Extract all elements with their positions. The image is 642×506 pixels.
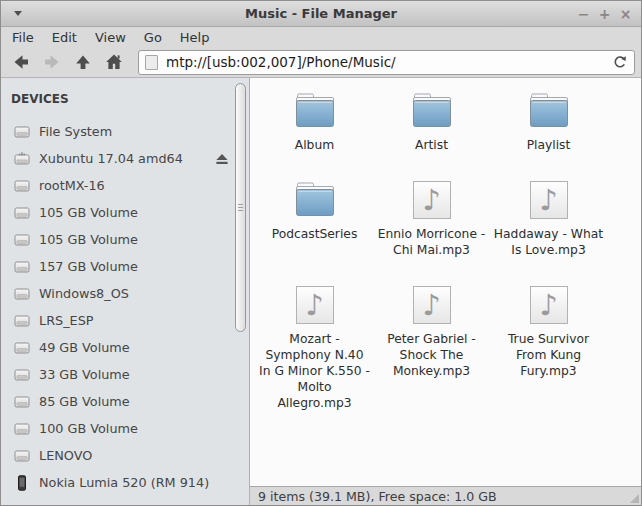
menu-file[interactable]: File: [3, 27, 43, 47]
drive-icon: [14, 124, 30, 140]
up-button[interactable]: [69, 50, 97, 75]
device-label: Windows8_OS: [39, 286, 129, 301]
file-label: Playlist: [527, 137, 571, 153]
file-icon-box: [408, 88, 456, 134]
minimize-button[interactable]: −: [573, 1, 594, 26]
sidebar-item-105-gb-volume[interactable]: 105 GB Volume: [1, 199, 249, 226]
folder-icon: [408, 91, 456, 131]
drive-icon: [14, 232, 30, 248]
menu-view[interactable]: View: [86, 27, 135, 47]
music-note-icon: ♪: [413, 181, 451, 219]
drive-icon: [14, 394, 30, 410]
forward-button: [38, 50, 66, 75]
file-haddaway-what-is-love-mp3[interactable]: ♪Haddaway - What Is Love.mp3: [493, 177, 605, 258]
path-bar[interactable]: [138, 50, 635, 75]
sidebar-item-lrs-esp[interactable]: LRS_ESP: [1, 307, 249, 334]
file-label: Haddaway - What Is Love.mp3: [493, 226, 605, 258]
sidebar-item-nokia-lumia-520-rm-914[interactable]: Nokia Lumia 520 (RM 914): [1, 469, 249, 496]
phone-icon: [14, 475, 30, 491]
drive-icon: [14, 286, 30, 302]
drive-icon: [14, 340, 30, 356]
devices-header: DEVICES: [1, 78, 249, 118]
file-icon-box: ♪: [413, 282, 451, 328]
folder-album[interactable]: Album: [291, 88, 339, 153]
device-label: 49 GB Volume: [39, 340, 130, 355]
drive-icon: [14, 367, 30, 383]
maximize-button[interactable]: +: [594, 1, 615, 26]
sidebar-item-lenovo[interactable]: LENOVO: [1, 442, 249, 469]
sidebar-item-157-gb-volume[interactable]: 157 GB Volume: [1, 253, 249, 280]
folder-playlist[interactable]: Playlist: [525, 88, 573, 153]
file-grid: AlbumArtistPlaylistPodcastSeries♪Ennio M…: [250, 78, 641, 486]
drive-icon: [14, 394, 30, 410]
device-label: 33 GB Volume: [39, 367, 130, 382]
music-note-icon: ♪: [530, 286, 568, 324]
sidebar-item-rootmx-16[interactable]: rootMX-16: [1, 172, 249, 199]
drive-icon: [14, 232, 30, 248]
drive-icon: [14, 259, 30, 275]
home-icon: [104, 52, 124, 72]
up-icon: [73, 52, 93, 72]
close-button[interactable]: ×: [615, 1, 636, 26]
device-label: File System: [39, 124, 112, 139]
music-note-icon: ♪: [296, 286, 334, 324]
file-icon-box: ♪: [530, 282, 568, 328]
file-icon-box: [291, 177, 339, 223]
folder-icon: [291, 91, 339, 131]
drive-icon: [14, 124, 30, 140]
app-body: DEVICES File SystemXubuntu 17.04 amd64ro…: [1, 78, 641, 505]
file-ennio-morricone-chi-mai-mp3[interactable]: ♪Ennio Morricone - Chi Mai.mp3: [376, 177, 488, 258]
refresh-icon: [611, 53, 629, 71]
file-manager-window: Music - File Manager − + × FileEditViewG…: [0, 0, 642, 506]
path-input[interactable]: [166, 54, 609, 70]
sidebar-item-xubuntu-17-04-amd64[interactable]: Xubuntu 17.04 amd64: [1, 145, 249, 172]
sidebar-item-windows8-os[interactable]: Windows8_OS: [1, 280, 249, 307]
sidebar-item-33-gb-volume[interactable]: 33 GB Volume: [1, 361, 249, 388]
device-label: 105 GB Volume: [39, 205, 138, 220]
file-peter-gabriel-shock-the-monkey-mp3[interactable]: ♪Peter Gabriel - Shock The Monkey.mp3: [376, 282, 488, 411]
forward-icon: [42, 52, 62, 72]
phone-icon: [14, 475, 30, 491]
menu-help[interactable]: Help: [171, 27, 219, 47]
sidebar-scrollbar[interactable]: [235, 83, 246, 332]
folder-artist[interactable]: Artist: [408, 88, 456, 153]
usb-drive-icon: [14, 151, 30, 167]
drive-icon: [14, 178, 30, 194]
music-note-icon: ♪: [530, 181, 568, 219]
file-label: Artist: [415, 137, 448, 153]
device-label: 85 GB Volume: [39, 394, 130, 409]
back-button[interactable]: [7, 50, 35, 75]
reload-button[interactable]: [609, 51, 631, 73]
drive-icon: [14, 205, 30, 221]
titlebar[interactable]: Music - File Manager − + ×: [1, 1, 641, 27]
drive-icon: [14, 286, 30, 302]
device-label: LRS_ESP: [39, 313, 93, 328]
device-list: File SystemXubuntu 17.04 amd64rootMX-161…: [1, 118, 249, 496]
drive-icon: [14, 421, 30, 437]
folder-podcastseries[interactable]: PodcastSeries: [272, 177, 358, 258]
sidebar: DEVICES File SystemXubuntu 17.04 amd64ro…: [1, 78, 250, 505]
file-label: True Survivor From Kung Fury.mp3: [493, 331, 605, 379]
sidebar-item-49-gb-volume[interactable]: 49 GB Volume: [1, 334, 249, 361]
eject-button[interactable]: [215, 153, 229, 165]
device-label: LENOVO: [39, 448, 92, 463]
resize-grip-icon[interactable]: [630, 494, 639, 503]
home-button[interactable]: [100, 50, 128, 75]
sidebar-item-file-system[interactable]: File System: [1, 118, 249, 145]
sidebar-item-100-gb-volume[interactable]: 100 GB Volume: [1, 415, 249, 442]
menu-edit[interactable]: Edit: [43, 27, 86, 47]
device-label: Nokia Lumia 520 (RM 914): [39, 475, 209, 490]
sidebar-item-105-gb-volume[interactable]: 105 GB Volume: [1, 226, 249, 253]
folder-icon: [525, 91, 573, 131]
file-true-survivor-from-kung-fury-mp3[interactable]: ♪True Survivor From Kung Fury.mp3: [493, 282, 605, 411]
drive-icon: [14, 205, 30, 221]
sidebar-item-85-gb-volume[interactable]: 85 GB Volume: [1, 388, 249, 415]
drive-icon: [14, 340, 30, 356]
menu-go[interactable]: Go: [135, 27, 171, 47]
file-mozart-symphony-n-40-in-g-minor-k-550-molto-allegro-mp3[interactable]: ♪Mozart - Symphony N.40 In G Minor K.550…: [259, 282, 371, 411]
music-note-icon: ♪: [413, 286, 451, 324]
folder-icon: [291, 180, 339, 220]
file-icon-box: ♪: [413, 177, 451, 223]
window-controls: − + ×: [573, 1, 636, 26]
drive-icon: [14, 259, 30, 275]
